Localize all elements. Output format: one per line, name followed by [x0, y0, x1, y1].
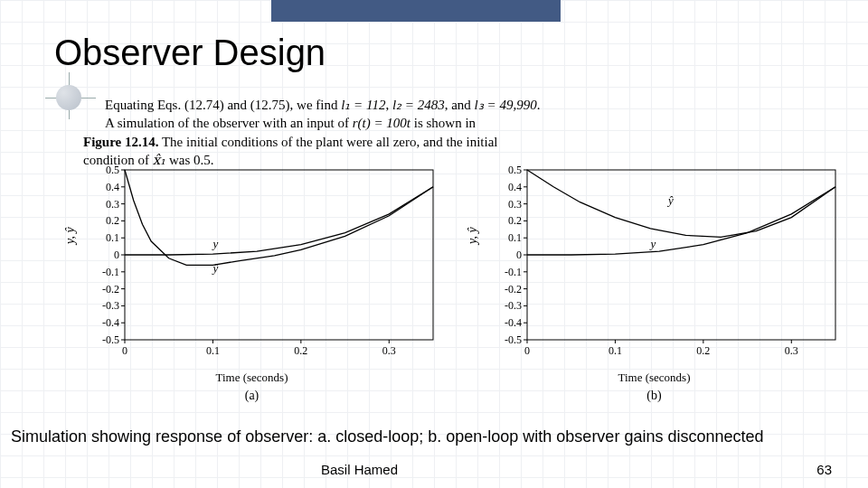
chart-b-xlabel: Time (seconds): [466, 371, 843, 385]
svg-text:0.2: 0.2: [106, 214, 119, 227]
svg-text:-0.3: -0.3: [505, 299, 522, 312]
svg-text:-0.5: -0.5: [505, 333, 522, 346]
body-line2-pre: A simulation of the observer with an inp…: [105, 116, 353, 130]
svg-text:0.4: 0.4: [508, 181, 522, 193]
title-bar: [0, 0, 868, 22]
svg-text:0.5: 0.5: [508, 164, 522, 176]
chart-a-ylabel: y, ŷ: [63, 227, 78, 244]
chart-b-ylabel: y, ŷ: [466, 227, 480, 244]
svg-text:0.1: 0.1: [609, 344, 622, 357]
svg-text:-0.1: -0.1: [102, 266, 119, 278]
l3-value: l₃ = 49,990: [475, 98, 537, 112]
svg-text:0.3: 0.3: [785, 344, 798, 357]
svg-text:0.3: 0.3: [508, 198, 522, 211]
l1-value: l₁ = 112: [341, 98, 385, 112]
svg-text:y: y: [648, 237, 656, 250]
svg-text:0.3: 0.3: [382, 344, 396, 357]
footer-author: Basil Hamed: [0, 462, 398, 477]
svg-text:0.2: 0.2: [696, 344, 710, 357]
rt-value: r(t) = 100t: [353, 116, 410, 130]
body-paragraph: Equating Eqs. (12.74) and (12.75), we fi…: [83, 96, 825, 169]
chart-a-svg: -0.5-0.4-0.3-0.2-0.100.10.20.30.40.500.1…: [96, 163, 440, 361]
svg-text:0.1: 0.1: [508, 231, 522, 244]
svg-text:0: 0: [114, 249, 119, 261]
chart-a-xlabel: Time (seconds): [63, 371, 440, 385]
body-line1-pre: Equating Eqs. (12.74) and (12.75), we fi…: [105, 98, 341, 112]
svg-text:y: y: [211, 237, 218, 250]
body-line2-post: is shown in: [414, 116, 476, 130]
chart-a: y, ŷ -0.5-0.4-0.3-0.2-0.100.10.20.30.40.…: [63, 163, 440, 416]
svg-text:0.5: 0.5: [106, 164, 119, 176]
chart-b-svg: -0.5-0.4-0.3-0.2-0.100.10.20.30.40.500.1…: [498, 163, 843, 361]
charts-row: y, ŷ -0.5-0.4-0.3-0.2-0.100.10.20.30.40.…: [63, 163, 843, 416]
svg-text:0: 0: [122, 344, 127, 357]
svg-text:0.2: 0.2: [508, 214, 522, 227]
svg-text:-0.2: -0.2: [102, 283, 119, 296]
figure-ref: Figure 12.14.: [83, 135, 158, 149]
svg-text:ŷ: ŷ: [211, 261, 218, 275]
chart-b-sublabel: (b): [466, 389, 843, 403]
svg-text:0.3: 0.3: [106, 198, 119, 211]
chart-a-sublabel: (a): [63, 389, 440, 403]
svg-text:0.4: 0.4: [106, 181, 119, 193]
footer-page: 63: [816, 462, 832, 477]
svg-text:-0.5: -0.5: [102, 333, 119, 346]
figure-caption: Simulation showing response of observer:…: [11, 427, 857, 446]
body-line3b: The initial conditions of the plant were…: [162, 135, 498, 149]
l2-value: l₂ = 2483: [392, 98, 445, 112]
title-accent: [271, 0, 561, 22]
svg-text:-0.3: -0.3: [102, 299, 119, 312]
svg-text:-0.4: -0.4: [102, 316, 119, 329]
chart-b: y, ŷ -0.5-0.4-0.3-0.2-0.100.10.20.30.40.…: [466, 163, 843, 416]
svg-text:ŷ: ŷ: [666, 193, 674, 207]
svg-text:0.2: 0.2: [294, 344, 307, 357]
svg-text:0.1: 0.1: [106, 231, 119, 244]
svg-text:-0.4: -0.4: [505, 316, 522, 329]
svg-text:0.1: 0.1: [206, 344, 220, 357]
svg-text:-0.1: -0.1: [505, 266, 522, 278]
svg-text:0: 0: [516, 249, 522, 261]
svg-text:-0.2: -0.2: [505, 283, 522, 296]
slide-title: Observer Design: [54, 33, 326, 73]
svg-text:0: 0: [524, 344, 530, 357]
